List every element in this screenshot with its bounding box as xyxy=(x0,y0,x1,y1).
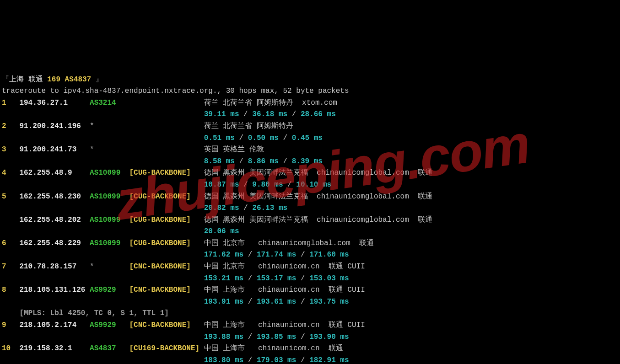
hop-latency: 182.91 ms xyxy=(309,356,349,364)
hop-latency: 193.85 ms xyxy=(257,333,296,341)
latency-indent xyxy=(2,356,204,364)
hop-number: 7 xyxy=(2,262,19,271)
hop-latency: 193.61 ms xyxy=(257,298,296,306)
hop-bracket: [CNC-BACKBONE] xyxy=(129,262,204,271)
hop-latency: 193.75 ms xyxy=(309,298,349,306)
hop-ip: 162.255.48.9 xyxy=(19,169,90,177)
hop-latency: 39.11 ms xyxy=(204,110,239,118)
hop-latency: 10.87 ms xyxy=(204,181,239,189)
mpls-line: [MPLS: Lbl 4250, TC 0, S 1, TTL 1] xyxy=(2,309,169,317)
hop-latency: 153.03 ms xyxy=(309,274,349,283)
title-location: 上海 联通 xyxy=(9,75,47,84)
traceroute-output: 『上海 联通 169 AS4837 』 traceroute to ipv4.s… xyxy=(2,74,618,364)
latency-sep: / xyxy=(296,333,309,341)
hop-ip: 91.200.241.196 xyxy=(19,122,90,130)
latency-indent xyxy=(2,298,204,306)
hop-asn: * xyxy=(90,145,129,154)
hop-geo: 中国 北京市 chinaunicom.cn 联通 CUII xyxy=(204,262,365,271)
hop-ip: 91.200.241.73 xyxy=(19,145,90,154)
latency-sep: / xyxy=(279,157,292,166)
latency-indent xyxy=(2,251,204,259)
hop-latency: 183.80 ms xyxy=(204,356,243,364)
latency-indent xyxy=(2,227,204,236)
hop-ip: 210.78.28.157 xyxy=(19,262,90,271)
hop-number: 10 xyxy=(2,344,19,353)
latency-indent xyxy=(2,157,204,166)
latency-sep: / xyxy=(296,298,309,306)
hop-latency: 10.10 ms xyxy=(296,181,331,189)
latency-sep: / xyxy=(296,356,309,364)
latency-sep: / xyxy=(287,110,301,118)
hop-latency: 153.21 ms xyxy=(204,274,243,283)
hop-geo: 中国 上海市 chinaunicom.cn 联通 CUII xyxy=(204,286,365,294)
hop-ip: 162.255.48.202 xyxy=(19,216,90,224)
latency-sep: / xyxy=(235,134,248,142)
hop-geo: 英国 英格兰 伦敦 xyxy=(204,145,264,154)
title-asn: 169 AS4837 xyxy=(47,75,91,84)
hop-geo: 中国 上海市 chinaunicom.cn 联通 CUII xyxy=(204,321,365,329)
latency-sep: / xyxy=(239,110,252,118)
hop-latency: 20.82 ms xyxy=(204,204,239,212)
hop-latency: 193.91 ms xyxy=(204,298,243,306)
latency-sep: / xyxy=(296,251,309,259)
latency-sep: / xyxy=(235,157,248,166)
latency-sep: / xyxy=(239,204,252,212)
hop-asn: * xyxy=(90,122,129,130)
hop-latency: 0.45 ms xyxy=(292,134,323,142)
hop-geo: 荷兰 北荷兰省 阿姆斯特丹 xtom.com xyxy=(204,99,337,107)
hop-bracket: [CUG-BACKBONE] xyxy=(129,239,204,247)
latency-sep: / xyxy=(243,298,257,306)
hop-number: 4 xyxy=(2,169,19,177)
latency-sep: / xyxy=(243,274,257,283)
hop-number: 3 xyxy=(2,145,19,154)
hop-latency: 8.86 ms xyxy=(248,157,279,166)
hop-latency: 171.60 ms xyxy=(309,251,349,259)
hop-ip: 218.105.131.126 xyxy=(19,286,90,294)
hop-bracket: [CUG-BACKBONE] xyxy=(129,216,204,224)
hop-number: 6 xyxy=(2,239,19,247)
hop-latency: 9.80 ms xyxy=(252,181,283,189)
hop-geo: 荷兰 北荷兰省 阿姆斯特丹 xyxy=(204,122,293,130)
hop-geo: 中国 上海市 chinaunicom.cn 联通 xyxy=(204,344,343,353)
hop-ip: 194.36.27.1 xyxy=(19,99,90,107)
hop-latency: 193.90 ms xyxy=(309,333,349,341)
hop-asn: AS9929 xyxy=(90,286,129,294)
hop-asn: AS9929 xyxy=(90,321,129,329)
hop-latency: 153.17 ms xyxy=(257,274,296,283)
hop-number: 9 xyxy=(2,321,19,329)
hop-latency: 36.18 ms xyxy=(252,110,287,118)
hop-ip: 162.255.48.230 xyxy=(19,193,90,201)
latency-sep: / xyxy=(279,134,292,142)
hop-bracket: [CUG-BACKBONE] xyxy=(129,193,204,201)
hop-bracket: [CUG-BACKBONE] xyxy=(129,169,204,177)
hop-asn: AS10099 xyxy=(90,216,129,224)
hop-number: 8 xyxy=(2,286,19,294)
hop-number: 5 xyxy=(2,193,19,201)
latency-sep: / xyxy=(243,356,257,364)
hop-asn: * xyxy=(90,262,129,271)
latency-sep: / xyxy=(296,274,309,283)
hop-latency: 0.51 ms xyxy=(204,134,235,142)
title-bracket-close: 』 xyxy=(91,75,103,84)
hop-number: 2 xyxy=(2,122,19,130)
hop-geo: 德国 黑森州 美因河畔法兰克福 chinaunicomglobal.com 联通 xyxy=(204,169,432,177)
hop-latency: 8.58 ms xyxy=(204,157,235,166)
hop-asn: AS3214 xyxy=(90,99,129,107)
latency-sep: / xyxy=(239,181,252,189)
hop-asn: AS10099 xyxy=(90,169,129,177)
hop-ip: 218.105.2.174 xyxy=(19,321,90,329)
latency-sep: / xyxy=(283,181,297,189)
hop-asn: AS4837 xyxy=(90,344,129,353)
hop-geo: 中国 北京市 chinaunicomglobal.com 联通 xyxy=(204,239,374,247)
hop-bracket: [CNC-BACKBONE] xyxy=(129,286,204,294)
latency-sep: / xyxy=(243,333,257,341)
latency-indent xyxy=(2,333,204,341)
hop-latency: 26.13 ms xyxy=(252,204,287,212)
latency-indent xyxy=(2,134,204,142)
hop-latency: 20.06 ms xyxy=(204,227,239,236)
hop-latency: 28.66 ms xyxy=(301,110,336,118)
hop-latency: 171.62 ms xyxy=(204,251,243,259)
latency-sep: / xyxy=(243,251,257,259)
hop-latency: 171.74 ms xyxy=(257,251,296,259)
hop-bracket xyxy=(129,145,204,154)
